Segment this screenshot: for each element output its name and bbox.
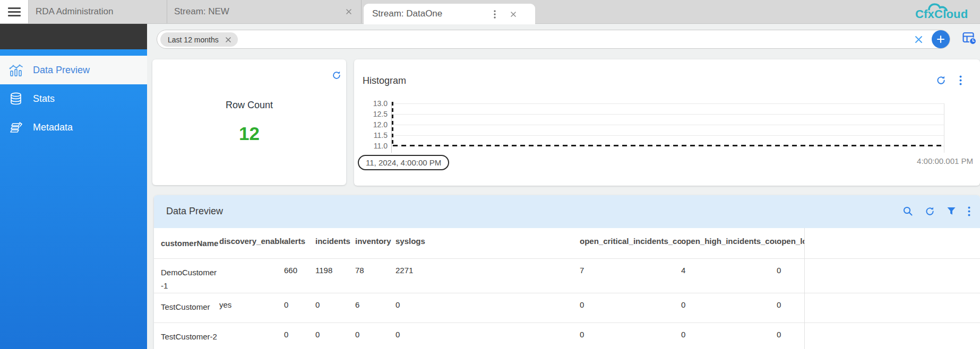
cell: 0 — [355, 322, 396, 349]
filter-bar[interactable]: Last 12 months — [157, 30, 950, 49]
cell: 0 — [315, 322, 355, 349]
add-filter-button[interactable] — [932, 30, 950, 48]
sidebar-header-band — [0, 24, 147, 49]
series-dashed-spike — [392, 102, 393, 146]
data-preview-table: customerName discovery_enabled alerts in… — [154, 228, 980, 349]
cell: 4 — [681, 258, 777, 293]
cfxcloud-logo: CfxCloud — [915, 1, 973, 23]
y-tick-label: 11.0 — [354, 141, 388, 151]
histogram-title: Histogram — [363, 75, 406, 86]
cell: 6 — [355, 293, 396, 322]
gridline — [391, 114, 944, 115]
cell: 0 — [777, 293, 804, 322]
panel-title: Data Preview — [166, 206, 223, 217]
hamburger-icon — [8, 5, 21, 19]
column-header[interactable]: discovery_enabled — [219, 228, 284, 258]
refresh-icon[interactable] — [925, 206, 935, 216]
tab-stream-new[interactable]: Stream: NEW — [167, 0, 362, 23]
series-dashed-baseline — [393, 145, 944, 146]
clear-filters-icon[interactable] — [914, 35, 923, 44]
column-header[interactable]: customerName — [154, 228, 219, 258]
sidebar-item-data-preview[interactable]: Data Preview — [0, 56, 147, 84]
table-row[interactable]: TestCustomer-2 0 0 0 0 0 0 0 — [154, 322, 980, 349]
top-tab-bar: RDA Administration Stream: NEW Stream: D… — [0, 0, 980, 24]
column-header[interactable]: incidents — [315, 228, 355, 258]
kebab-menu-icon[interactable] — [959, 75, 962, 85]
cell — [219, 322, 284, 349]
column-header[interactable]: open_critical_incidents_count — [580, 228, 681, 258]
cell: 7 — [580, 258, 681, 293]
gridline — [391, 103, 944, 104]
table-header-row: customerName discovery_enabled alerts in… — [154, 228, 980, 258]
close-icon[interactable] — [345, 8, 353, 15]
logo-text: CfxCloud — [915, 7, 968, 21]
row-count-title: Row Count — [152, 100, 346, 111]
cell: TestCustomer — [154, 293, 219, 322]
cell — [219, 258, 284, 293]
sidebar-item-stats[interactable]: Stats — [0, 84, 147, 113]
cell: 0 — [315, 293, 355, 322]
x-tick-label-left[interactable]: 11, 2024, 4:00:00 PM — [358, 155, 449, 170]
cell-empty — [804, 258, 980, 293]
y-tick-label: 12.0 — [354, 119, 388, 130]
y-tick-label: 13.0 — [354, 98, 388, 109]
cell: 660 — [284, 258, 315, 293]
column-header[interactable]: syslogs — [396, 228, 580, 258]
layers-pen-icon — [9, 121, 23, 134]
cell: 0 — [284, 293, 315, 322]
sidebar: Data Preview Stats — [0, 24, 147, 349]
cell: 2271 — [396, 258, 580, 293]
cell: TestCustomer-2 — [154, 322, 219, 349]
cell-empty — [804, 322, 980, 349]
search-icon[interactable] — [902, 206, 913, 216]
cell: 0 — [396, 322, 580, 349]
row-count-value: 12 — [152, 123, 346, 144]
histogram-card: Histogram 13.0 12.5 12.0 11.5 11.0 11, 2… — [354, 59, 980, 186]
column-header[interactable]: alerts — [284, 228, 315, 258]
cell: yes — [219, 293, 284, 322]
plus-icon — [936, 35, 945, 43]
sidebar-item-label: Metadata — [33, 122, 73, 133]
app-root: RDA Administration Stream: NEW Stream: D… — [0, 0, 980, 349]
kebab-menu-icon[interactable] — [494, 10, 496, 19]
table-row[interactable]: TestCustomer yes 0 0 6 0 0 0 0 — [154, 293, 980, 322]
gridline — [391, 125, 944, 125]
row-count-card: Row Count 12 — [152, 59, 346, 185]
cell: 0 — [580, 293, 681, 322]
tab-label: RDA Administration — [36, 6, 113, 16]
kebab-menu-icon[interactable] — [968, 206, 970, 216]
column-header-empty — [804, 228, 980, 258]
refresh-icon[interactable] — [332, 71, 341, 80]
close-icon[interactable] — [510, 11, 517, 18]
y-tick-label: 12.5 — [354, 109, 388, 119]
cell: 0 — [681, 322, 777, 349]
tab-rda-administration[interactable]: RDA Administration — [29, 0, 167, 23]
column-header[interactable]: open_low_ — [777, 228, 804, 258]
tab-label: Stream: DataOne — [372, 8, 442, 19]
filter-icon[interactable] — [947, 206, 956, 216]
filter-chip-last-12-months[interactable]: Last 12 months — [160, 32, 238, 47]
data-preview-panel-header: Data Preview — [154, 195, 980, 228]
x-tick-label-right: 4:00:00.001 PM — [917, 156, 973, 165]
cell: 0 — [580, 322, 681, 349]
gridline — [391, 135, 944, 136]
table-history-icon[interactable] — [962, 31, 977, 46]
column-header[interactable]: inventory — [355, 228, 396, 258]
refresh-icon[interactable] — [936, 75, 946, 85]
cell: 0 — [681, 293, 777, 322]
cell: 0 — [284, 322, 315, 349]
tab-stream-dataone[interactable]: Stream: DataOne — [364, 4, 535, 24]
cell: 0 — [777, 322, 804, 349]
tab-label: Stream: NEW — [174, 6, 229, 16]
sidebar-item-label: Stats — [33, 93, 55, 104]
y-tick-label: 11.5 — [354, 130, 388, 141]
cell: DemoCustomer-1 — [154, 258, 219, 293]
table-row[interactable]: DemoCustomer-1 660 1198 78 2271 7 4 0 — [154, 258, 980, 293]
column-header[interactable]: open_high_incidents_count — [681, 228, 777, 258]
data-preview-panel: Data Preview — [154, 195, 980, 349]
plot-right-border — [944, 103, 944, 153]
close-icon[interactable] — [225, 37, 231, 43]
sidebar-item-metadata[interactable]: Metadata — [0, 113, 147, 142]
cell: 0 — [777, 258, 804, 293]
hamburger-menu-button[interactable] — [0, 0, 29, 23]
